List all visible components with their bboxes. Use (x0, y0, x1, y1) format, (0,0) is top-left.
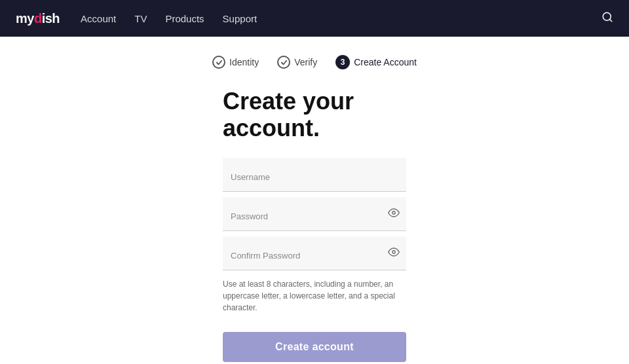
logo-d: d (34, 11, 42, 26)
password-field-group (223, 197, 406, 231)
logo-my: my (16, 11, 34, 26)
step-identity-label: Identity (229, 57, 259, 67)
step-identity-icon (212, 56, 225, 69)
step-identity: Identity (212, 56, 259, 69)
step-create-account: 3 Create Account (335, 55, 417, 69)
page-title: Create your account. (223, 88, 406, 142)
confirm-password-input[interactable] (223, 236, 406, 270)
step-create-label: Create Account (354, 57, 417, 67)
steps-container: Identity Verify 3 Create Account (212, 55, 417, 69)
nav-links: Account TV Products Support (81, 13, 257, 24)
nav-support[interactable]: Support (223, 13, 257, 24)
nav-account[interactable]: Account (81, 13, 116, 24)
logo[interactable]: mydish (16, 11, 60, 26)
main-content: Identity Verify 3 Create Account Create … (0, 37, 629, 364)
step-verify: Verify (277, 56, 317, 69)
step-verify-icon (277, 56, 290, 69)
page-title-line2: account. (223, 115, 320, 141)
svg-line-1 (609, 19, 611, 21)
nav-tv[interactable]: TV (134, 13, 147, 24)
confirm-password-toggle-icon[interactable] (388, 246, 400, 261)
svg-point-3 (392, 251, 396, 254)
nav-products[interactable]: Products (165, 13, 204, 24)
step-create-icon: 3 (335, 55, 350, 69)
navbar-left: mydish Account TV Products Support (16, 11, 257, 26)
form-container: Create your account. U (223, 88, 406, 362)
search-button[interactable] (601, 11, 613, 26)
logo-ish: ish (42, 11, 60, 26)
create-account-button[interactable]: Create account (223, 332, 406, 362)
password-toggle-icon[interactable] (388, 207, 400, 221)
step-verify-label: Verify (294, 57, 317, 67)
search-icon (601, 11, 613, 26)
confirm-password-field-group (223, 236, 406, 270)
password-hint: Use at least 8 characters, including a n… (223, 278, 406, 314)
svg-point-2 (392, 211, 396, 215)
page-title-line1: Create your (223, 88, 354, 115)
username-field-group (223, 158, 406, 192)
navbar: mydish Account TV Products Support (0, 0, 629, 37)
password-input[interactable] (223, 197, 406, 231)
username-input[interactable] (223, 158, 406, 192)
